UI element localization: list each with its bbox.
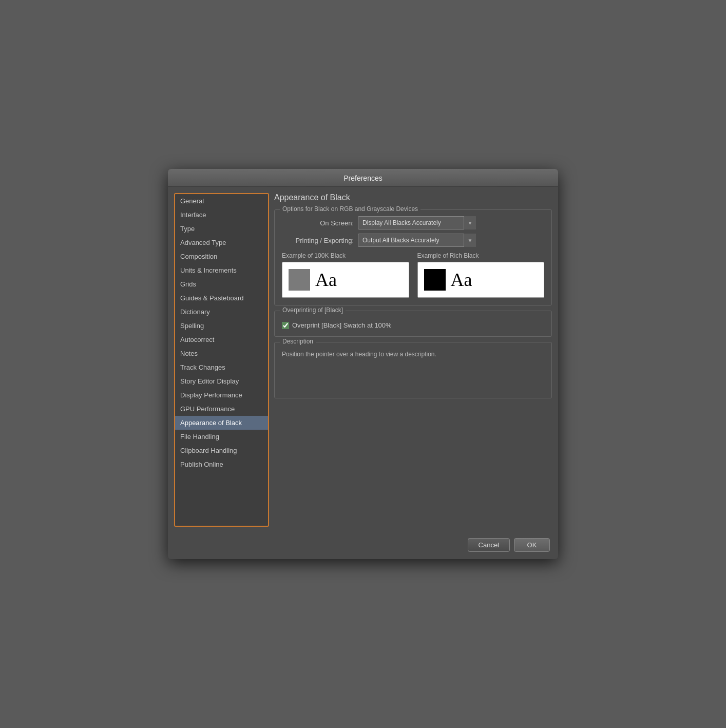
printing-row: Printing / Exporting: Output All Blacks …: [282, 234, 544, 247]
description-box: Description Position the pointer over a …: [274, 342, 552, 398]
example-100k-text: Aa: [315, 271, 337, 289]
ok-button[interactable]: OK: [514, 538, 550, 552]
sidebar-item-appearance-of-black[interactable]: Appearance of Black: [175, 416, 268, 430]
sidebar-item-track-changes[interactable]: Track Changes: [175, 360, 268, 374]
example-rich-preview: Aa: [417, 262, 545, 298]
sidebar: GeneralInterfaceTypeAdvanced TypeComposi…: [174, 193, 269, 527]
dialog-body: GeneralInterfaceTypeAdvanced TypeComposi…: [168, 187, 558, 533]
dialog-title: Preferences: [343, 174, 382, 182]
sidebar-item-dictionary[interactable]: Dictionary: [175, 305, 268, 319]
on-screen-select-wrapper: Display All Blacks AccuratelyDisplay All…: [358, 216, 476, 229]
dialog-footer: Cancel OK: [168, 533, 558, 559]
sidebar-item-gpu-performance[interactable]: GPU Performance: [175, 402, 268, 416]
dialog-titlebar: Preferences: [168, 169, 558, 187]
examples-row: Example of 100K Black Aa Example of Rich…: [282, 252, 544, 298]
example-rich-text: Aa: [451, 271, 472, 289]
example-100k-box: Example of 100K Black Aa: [282, 252, 409, 298]
sidebar-item-story-editor-display[interactable]: Story Editor Display: [175, 374, 268, 388]
sidebar-item-type[interactable]: Type: [175, 222, 268, 236]
printing-select-wrapper: Output All Blacks AccuratelyOutput All B…: [358, 234, 476, 247]
main-content: Appearance of Black Options for Black on…: [274, 193, 552, 527]
sidebar-item-autocorrect[interactable]: Autocorrect: [175, 333, 268, 347]
preferences-dialog: Preferences GeneralInterfaceTypeAdvanced…: [168, 169, 558, 559]
sidebar-list: GeneralInterfaceTypeAdvanced TypeComposi…: [175, 194, 268, 526]
sidebar-item-clipboard-handling[interactable]: Clipboard Handling: [175, 444, 268, 457]
sidebar-item-guides-pasteboard[interactable]: Guides & Pasteboard: [175, 291, 268, 305]
example-100k-preview: Aa: [282, 262, 409, 298]
overprint-group-label: Overprinting of [Black]: [280, 306, 346, 314]
sidebar-item-display-performance[interactable]: Display Performance: [175, 388, 268, 402]
page-title: Appearance of Black: [274, 193, 552, 202]
rgb-group-box: Options for Black on RGB and Grayscale D…: [274, 209, 552, 305]
sidebar-item-publish-online[interactable]: Publish Online: [175, 457, 268, 471]
printing-label: Printing / Exporting:: [282, 237, 354, 244]
on-screen-select[interactable]: Display All Blacks AccuratelyDisplay All…: [358, 216, 476, 229]
cancel-button[interactable]: Cancel: [468, 538, 510, 552]
overprint-checkbox-label: Overprint [Black] Swatch at 100%: [292, 321, 392, 329]
sidebar-item-interface[interactable]: Interface: [175, 208, 268, 222]
sidebar-item-units-increments[interactable]: Units & Increments: [175, 263, 268, 277]
example-rich-square: [424, 269, 446, 291]
example-rich-label: Example of Rich Black: [417, 252, 545, 259]
sidebar-item-file-handling[interactable]: File Handling: [175, 430, 268, 444]
sidebar-item-spelling[interactable]: Spelling: [175, 319, 268, 333]
on-screen-label: On Screen:: [282, 219, 354, 227]
description-text: Position the pointer over a heading to v…: [282, 351, 544, 358]
overprint-checkbox[interactable]: [282, 322, 289, 329]
sidebar-item-notes[interactable]: Notes: [175, 347, 268, 360]
example-100k-label: Example of 100K Black: [282, 252, 409, 259]
overprint-checkbox-row: Overprint [Black] Swatch at 100%: [282, 321, 544, 329]
sidebar-item-general[interactable]: General: [175, 194, 268, 208]
on-screen-row: On Screen: Display All Blacks Accurately…: [282, 216, 544, 229]
example-rich-box: Example of Rich Black Aa: [417, 252, 545, 298]
sidebar-item-composition[interactable]: Composition: [175, 250, 268, 263]
sidebar-item-advanced-type[interactable]: Advanced Type: [175, 236, 268, 250]
printing-select[interactable]: Output All Blacks AccuratelyOutput All B…: [358, 234, 476, 247]
sidebar-item-grids[interactable]: Grids: [175, 277, 268, 291]
example-100k-square: [289, 269, 310, 291]
overprint-group-box: Overprinting of [Black] Overprint [Black…: [274, 311, 552, 337]
rgb-group-label: Options for Black on RGB and Grayscale D…: [280, 205, 421, 213]
description-group-label: Description: [280, 338, 316, 345]
